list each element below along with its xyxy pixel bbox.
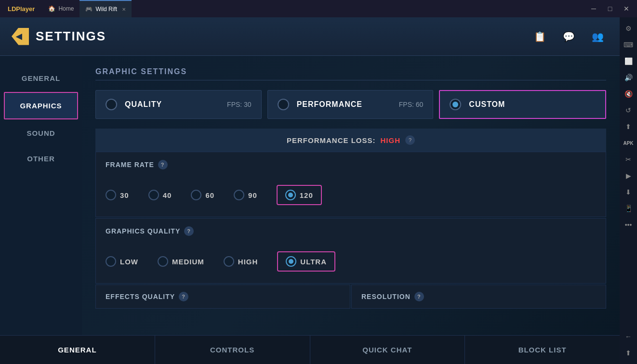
sidebar-import-icon[interactable]: ⬆ <box>621 119 636 134</box>
fps-120-radio-fill <box>288 193 293 197</box>
graphics-quality-panel: GRAPHICS QUALITY ? LOW MEDIUM <box>95 218 606 284</box>
sidebar-cut-icon[interactable]: ✂ <box>621 152 636 167</box>
wildrift-tab-icon: 🎮 <box>85 6 93 13</box>
effects-quality-title: EFFECTS QUALITY <box>106 293 175 300</box>
perf-help-icon[interactable]: ? <box>405 135 415 145</box>
nav-item-other[interactable]: OTHER <box>0 146 82 171</box>
fps-40-option[interactable]: 40 <box>148 190 172 200</box>
sidebar-volume-up-icon[interactable]: 🔊 <box>621 70 636 85</box>
quality-radio <box>106 99 117 110</box>
quality-preset-btn[interactable]: QUALITY FPS: 30 <box>95 90 262 119</box>
quality-low-radio <box>106 256 116 267</box>
sidebar-expand-icon[interactable]: ⬆ <box>621 346 636 360</box>
nav-item-general[interactable]: GENERAL <box>0 65 82 91</box>
performance-radio <box>278 99 289 110</box>
users-btn[interactable]: 👥 <box>587 26 608 47</box>
sidebar-display-icon[interactable]: ⬜ <box>621 54 636 68</box>
sidebar-keyboard-icon[interactable]: ⌨ <box>621 38 636 52</box>
bottom-nav-general[interactable]: GENERAL <box>0 336 155 364</box>
preset-row: QUALITY FPS: 30 PERFORMANCE FPS: 60 <box>95 90 606 119</box>
quality-ultra-radio <box>286 256 296 267</box>
sidebar-play-icon[interactable]: ▶ <box>621 169 636 183</box>
fps-90-radio <box>234 190 244 200</box>
fps-90-option[interactable]: 90 <box>234 190 257 200</box>
fps-40-radio <box>148 190 159 200</box>
fps-60-radio <box>191 190 201 200</box>
resolution-header: RESOLUTION ? <box>352 285 606 308</box>
clipboard-btn[interactable]: 📋 <box>529 26 550 47</box>
graphics-quality-title: GRAPHICS QUALITY <box>106 227 180 235</box>
header-actions: 📋 💬 👥 <box>529 26 608 47</box>
quality-medium-radio <box>158 256 168 267</box>
fps-120-option[interactable]: 120 <box>277 185 322 205</box>
graphic-settings-title: GRAPHIC SETTINGS <box>95 67 606 80</box>
quality-ultra-option[interactable]: ULTRA <box>277 251 335 272</box>
custom-radio-fill <box>452 102 458 107</box>
bottom-nav-controls[interactable]: CONTROLS <box>155 336 310 364</box>
nav-item-sound[interactable]: SOUND <box>0 120 82 146</box>
sidebar-back-icon[interactable]: ← <box>621 329 636 344</box>
custom-preset-btn[interactable]: CUSTOM <box>439 90 606 119</box>
brand-label: LDPlayer <box>8 5 35 13</box>
resolution-title: RESOLUTION <box>361 293 411 300</box>
window-controls: ─ □ ✕ <box>587 2 637 15</box>
fps-40-label: 40 <box>163 191 172 199</box>
graphics-quality-options: LOW MEDIUM HIGH <box>96 244 606 283</box>
chat-btn[interactable]: 💬 <box>558 26 579 47</box>
nav-item-graphics[interactable]: GRAPHICS <box>4 92 78 119</box>
sidebar-volume-down-icon[interactable]: 🔇 <box>621 87 636 101</box>
home-tab-label: Home <box>58 5 74 12</box>
frame-rate-panel: FRAME RATE ? 30 40 <box>95 152 606 217</box>
sidebar-download-icon[interactable]: ⬇ <box>621 185 636 199</box>
home-tab[interactable]: 🏠 Home <box>42 0 80 17</box>
fps-90-label: 90 <box>248 191 257 199</box>
bottom-nav-quick-chat-label: QUICK CHAT <box>362 346 412 354</box>
maximize-btn[interactable]: □ <box>603 2 617 15</box>
settings-header: ◀ SETTINGS 📋 💬 👥 <box>0 17 620 56</box>
bottom-nav-block-list[interactable]: BLOCK LIST <box>465 336 620 364</box>
fps-30-option[interactable]: 30 <box>106 190 129 200</box>
half-panels-row: EFFECTS QUALITY ? RESOLUTION ? <box>95 285 606 309</box>
fps-60-option[interactable]: 60 <box>191 190 214 200</box>
bottom-nav-general-label: GENERAL <box>58 346 96 354</box>
sidebar-settings-icon[interactable]: ⚙ <box>621 21 636 36</box>
quality-low-option[interactable]: LOW <box>106 256 138 267</box>
performance-label: PERFORMANCE <box>297 100 362 109</box>
effects-quality-panel: EFFECTS QUALITY ? <box>95 285 350 309</box>
sidebar-apk-icon[interactable]: APK <box>621 136 636 150</box>
perf-loss-label: PERFORMANCE LOSS: <box>287 136 376 144</box>
fps-60-label: 60 <box>205 191 214 199</box>
bottom-nav-quick-chat[interactable]: QUICK CHAT <box>310 336 465 364</box>
wildrift-tab-close[interactable]: ✕ <box>122 7 126 12</box>
sidebar-phone-icon[interactable]: 📱 <box>621 201 636 216</box>
resolution-panel: RESOLUTION ? <box>351 285 606 309</box>
left-nav: GENERAL GRAPHICS SOUND OTHER <box>0 56 82 335</box>
title-bar: LDPlayer 🏠 Home 🎮 Wild Rift ✕ ─ □ ✕ <box>0 0 637 17</box>
resolution-help-icon[interactable]: ? <box>414 292 424 301</box>
quality-medium-option[interactable]: MEDIUM <box>158 256 204 267</box>
back-button[interactable]: ◀ <box>12 28 29 45</box>
sidebar-more-icon[interactable]: ••• <box>621 218 636 232</box>
custom-radio <box>450 99 461 110</box>
wildrift-tab[interactable]: 🎮 Wild Rift ✕ <box>80 0 132 17</box>
effects-quality-header: EFFECTS QUALITY ? <box>96 285 350 308</box>
quality-medium-label: MEDIUM <box>172 258 204 266</box>
quality-high-label: HIGH <box>238 258 258 266</box>
wildrift-tab-label: Wild Rift <box>95 6 117 13</box>
frame-rate-title: FRAME RATE <box>106 161 154 169</box>
performance-preset-btn[interactable]: PERFORMANCE FPS: 60 <box>267 90 434 119</box>
page-title: SETTINGS <box>36 29 106 44</box>
content-wrapper: ◀ SETTINGS 📋 💬 👥 GENERAL GRAPHICS SOUND … <box>0 17 620 364</box>
perf-loss-value: HIGH <box>381 136 401 144</box>
sidebar-rotate-icon[interactable]: ↺ <box>621 103 636 117</box>
minimize-btn[interactable]: ─ <box>587 2 600 15</box>
graphics-quality-help-icon[interactable]: ? <box>184 226 194 236</box>
fps-30-label: 30 <box>120 191 129 199</box>
quality-high-option[interactable]: HIGH <box>224 256 258 267</box>
brand-tab[interactable]: LDPlayer <box>0 0 42 17</box>
effects-quality-help-icon[interactable]: ? <box>179 292 188 301</box>
frame-rate-help-icon[interactable]: ? <box>158 160 168 169</box>
close-btn[interactable]: ✕ <box>620 2 633 15</box>
back-arrow-icon: ◀ <box>16 32 22 41</box>
quality-high-radio <box>224 256 234 267</box>
